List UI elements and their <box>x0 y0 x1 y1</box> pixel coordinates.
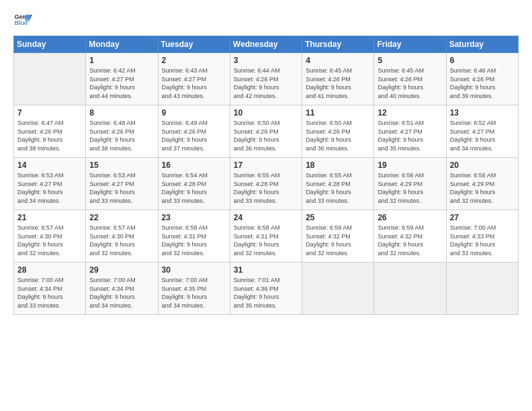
day-info: Sunrise: 6:58 AM Sunset: 4:31 PM Dayligh… <box>234 224 298 257</box>
week-row-4: 21Sunrise: 6:57 AM Sunset: 4:30 PM Dayli… <box>14 210 519 263</box>
day-number: 29 <box>89 265 154 275</box>
day-number: 28 <box>17 265 82 275</box>
calendar-cell: 15Sunrise: 6:53 AM Sunset: 4:27 PM Dayli… <box>86 158 158 210</box>
week-row-2: 7Sunrise: 6:47 AM Sunset: 4:26 PM Daylig… <box>14 105 519 158</box>
day-info: Sunrise: 6:53 AM Sunset: 4:27 PM Dayligh… <box>17 171 82 205</box>
calendar-cell: 31Sunrise: 7:01 AM Sunset: 4:36 PM Dayli… <box>230 263 302 315</box>
day-number: 14 <box>17 161 82 170</box>
day-info: Sunrise: 6:48 AM Sunset: 4:26 PM Dayligh… <box>89 119 154 152</box>
calendar-cell: 2Sunrise: 6:43 AM Sunset: 4:27 PM Daylig… <box>158 53 230 105</box>
day-info: Sunrise: 6:45 AM Sunset: 4:26 PM Dayligh… <box>306 66 370 100</box>
day-info: Sunrise: 6:49 AM Sunset: 4:26 PM Dayligh… <box>162 119 226 152</box>
day-info: Sunrise: 6:54 AM Sunset: 4:28 PM Dayligh… <box>162 171 226 205</box>
weekday-header-tuesday: Tuesday <box>158 36 230 53</box>
calendar-cell <box>14 53 86 105</box>
calendar-cell: 10Sunrise: 6:50 AM Sunset: 4:26 PM Dayli… <box>230 105 302 158</box>
day-info: Sunrise: 6:44 AM Sunset: 4:26 PM Dayligh… <box>234 66 298 100</box>
day-number: 30 <box>162 265 226 275</box>
day-number: 7 <box>17 108 82 118</box>
day-number: 23 <box>162 213 226 222</box>
calendar-cell: 4Sunrise: 6:45 AM Sunset: 4:26 PM Daylig… <box>302 53 374 105</box>
day-info: Sunrise: 6:50 AM Sunset: 4:26 PM Dayligh… <box>306 119 370 152</box>
day-number: 15 <box>89 161 154 170</box>
day-number: 19 <box>378 161 442 170</box>
day-info: Sunrise: 6:58 AM Sunset: 4:31 PM Dayligh… <box>162 224 226 257</box>
day-number: 4 <box>306 56 370 65</box>
day-info: Sunrise: 6:55 AM Sunset: 4:28 PM Dayligh… <box>234 171 298 205</box>
calendar-cell: 24Sunrise: 6:58 AM Sunset: 4:31 PM Dayli… <box>230 210 302 263</box>
calendar-cell: 11Sunrise: 6:50 AM Sunset: 4:26 PM Dayli… <box>302 105 374 158</box>
day-info: Sunrise: 6:55 AM Sunset: 4:28 PM Dayligh… <box>306 171 370 205</box>
day-info: Sunrise: 6:46 AM Sunset: 4:26 PM Dayligh… <box>450 66 515 100</box>
week-row-1: 1Sunrise: 6:42 AM Sunset: 4:27 PM Daylig… <box>14 53 519 105</box>
day-info: Sunrise: 7:00 AM Sunset: 4:33 PM Dayligh… <box>450 224 515 257</box>
day-number: 20 <box>450 161 515 170</box>
day-number: 31 <box>234 265 298 275</box>
day-number: 2 <box>162 56 226 65</box>
calendar-cell: 18Sunrise: 6:55 AM Sunset: 4:28 PM Dayli… <box>302 158 374 210</box>
day-number: 25 <box>306 213 370 222</box>
day-number: 22 <box>89 213 154 222</box>
weekday-header-wednesday: Wednesday <box>230 36 302 53</box>
day-info: Sunrise: 7:00 AM Sunset: 4:34 PM Dayligh… <box>89 276 154 310</box>
calendar-cell: 21Sunrise: 6:57 AM Sunset: 4:30 PM Dayli… <box>14 210 86 263</box>
weekday-header-friday: Friday <box>374 36 446 53</box>
day-info: Sunrise: 6:51 AM Sunset: 4:27 PM Dayligh… <box>378 119 442 152</box>
day-info: Sunrise: 6:45 AM Sunset: 4:26 PM Dayligh… <box>378 66 442 100</box>
day-number: 13 <box>450 108 515 118</box>
week-row-5: 28Sunrise: 7:00 AM Sunset: 4:34 PM Dayli… <box>14 263 519 315</box>
calendar-cell: 6Sunrise: 6:46 AM Sunset: 4:26 PM Daylig… <box>446 53 518 105</box>
calendar-cell: 27Sunrise: 7:00 AM Sunset: 4:33 PM Dayli… <box>446 210 518 263</box>
calendar-cell: 19Sunrise: 6:56 AM Sunset: 4:29 PM Dayli… <box>374 158 446 210</box>
weekday-header-saturday: Saturday <box>446 36 518 53</box>
day-info: Sunrise: 7:01 AM Sunset: 4:36 PM Dayligh… <box>234 276 298 310</box>
day-info: Sunrise: 6:57 AM Sunset: 4:30 PM Dayligh… <box>17 224 82 257</box>
calendar-cell <box>374 263 446 315</box>
calendar-table: SundayMondayTuesdayWednesdayThursdayFrid… <box>13 36 519 315</box>
calendar-cell: 7Sunrise: 6:47 AM Sunset: 4:26 PM Daylig… <box>14 105 86 158</box>
weekday-header-row: SundayMondayTuesdayWednesdayThursdayFrid… <box>14 36 519 53</box>
calendar-cell: 17Sunrise: 6:55 AM Sunset: 4:28 PM Dayli… <box>230 158 302 210</box>
calendar-cell: 14Sunrise: 6:53 AM Sunset: 4:27 PM Dayli… <box>14 158 86 210</box>
day-info: Sunrise: 7:00 AM Sunset: 4:34 PM Dayligh… <box>17 276 82 310</box>
calendar-cell: 1Sunrise: 6:42 AM Sunset: 4:27 PM Daylig… <box>86 53 158 105</box>
calendar-cell: 20Sunrise: 6:56 AM Sunset: 4:29 PM Dayli… <box>446 158 518 210</box>
day-number: 17 <box>234 161 298 170</box>
calendar-cell: 8Sunrise: 6:48 AM Sunset: 4:26 PM Daylig… <box>86 105 158 158</box>
calendar-cell <box>302 263 374 315</box>
calendar-cell: 26Sunrise: 6:59 AM Sunset: 4:32 PM Dayli… <box>374 210 446 263</box>
calendar-cell: 23Sunrise: 6:58 AM Sunset: 4:31 PM Dayli… <box>158 210 230 263</box>
day-number: 3 <box>234 56 298 65</box>
calendar-cell: 12Sunrise: 6:51 AM Sunset: 4:27 PM Dayli… <box>374 105 446 158</box>
weekday-header-thursday: Thursday <box>302 36 374 53</box>
calendar-cell: 28Sunrise: 7:00 AM Sunset: 4:34 PM Dayli… <box>14 263 86 315</box>
calendar-cell: 3Sunrise: 6:44 AM Sunset: 4:26 PM Daylig… <box>230 53 302 105</box>
logo: General Blue <box>13 10 35 29</box>
day-info: Sunrise: 6:47 AM Sunset: 4:26 PM Dayligh… <box>17 119 82 152</box>
day-info: Sunrise: 7:00 AM Sunset: 4:35 PM Dayligh… <box>162 276 226 310</box>
day-info: Sunrise: 6:56 AM Sunset: 4:29 PM Dayligh… <box>450 171 515 205</box>
day-number: 5 <box>378 56 442 65</box>
day-info: Sunrise: 6:56 AM Sunset: 4:29 PM Dayligh… <box>378 171 442 205</box>
calendar-cell: 5Sunrise: 6:45 AM Sunset: 4:26 PM Daylig… <box>374 53 446 105</box>
day-info: Sunrise: 6:53 AM Sunset: 4:27 PM Dayligh… <box>89 171 154 205</box>
calendar-container: General Blue SundayMondayTuesdayWednesda… <box>0 0 532 411</box>
calendar-cell: 13Sunrise: 6:52 AM Sunset: 4:27 PM Dayli… <box>446 105 518 158</box>
calendar-cell: 16Sunrise: 6:54 AM Sunset: 4:28 PM Dayli… <box>158 158 230 210</box>
day-number: 10 <box>234 108 298 118</box>
day-info: Sunrise: 6:59 AM Sunset: 4:32 PM Dayligh… <box>378 224 442 257</box>
calendar-cell: 22Sunrise: 6:57 AM Sunset: 4:30 PM Dayli… <box>86 210 158 263</box>
calendar-cell: 30Sunrise: 7:00 AM Sunset: 4:35 PM Dayli… <box>158 263 230 315</box>
day-number: 27 <box>450 213 515 222</box>
calendar-cell: 29Sunrise: 7:00 AM Sunset: 4:34 PM Dayli… <box>86 263 158 315</box>
day-info: Sunrise: 6:42 AM Sunset: 4:27 PM Dayligh… <box>89 66 154 100</box>
weekday-header-sunday: Sunday <box>14 36 86 53</box>
day-number: 21 <box>17 213 82 222</box>
logo-icon: General Blue <box>13 10 32 29</box>
calendar-cell: 9Sunrise: 6:49 AM Sunset: 4:26 PM Daylig… <box>158 105 230 158</box>
day-number: 16 <box>162 161 226 170</box>
day-number: 8 <box>89 108 154 118</box>
calendar-cell: 25Sunrise: 6:59 AM Sunset: 4:32 PM Dayli… <box>302 210 374 263</box>
header: General Blue <box>13 10 519 29</box>
day-info: Sunrise: 6:50 AM Sunset: 4:26 PM Dayligh… <box>234 119 298 152</box>
